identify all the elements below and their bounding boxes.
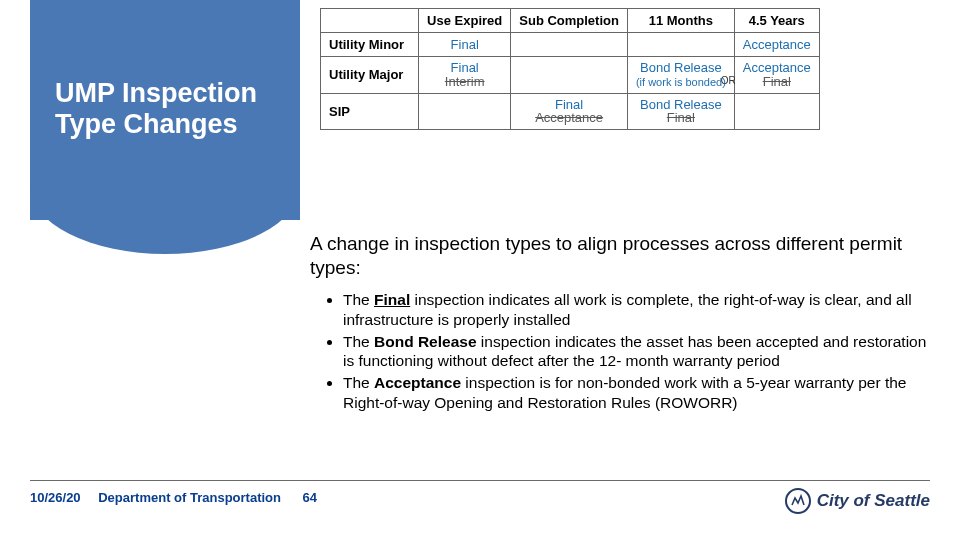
- old-value: Acceptance: [535, 110, 603, 125]
- cell: OR Acceptance Final: [734, 57, 819, 94]
- cell: Final Interim: [419, 57, 511, 94]
- logo-text: City of Seattle: [817, 491, 930, 511]
- list-item: The Bond Release inspection indicates th…: [343, 332, 940, 372]
- old-value: Final: [763, 74, 791, 89]
- cell: Bond Release Final: [627, 93, 734, 130]
- th-4-5-years: 4.5 Years: [734, 9, 819, 33]
- slide-title: UMP Inspection Type Changes: [55, 78, 285, 140]
- cell: Bond Release (if work is bonded): [627, 57, 734, 94]
- intro-text: A change in inspection types to align pr…: [310, 232, 935, 280]
- th-sub-completion: Sub Completion: [511, 9, 628, 33]
- list-item: The Final inspection indicates all work …: [343, 290, 940, 330]
- old-value: Final: [667, 110, 695, 125]
- footer-page: 64: [303, 490, 317, 505]
- cell: Final Acceptance: [511, 93, 628, 130]
- new-value: Bond Release: [640, 60, 722, 75]
- cell: [419, 93, 511, 130]
- footer: 10/26/20 Department of Transportation 64: [30, 490, 317, 505]
- table-row: Utility Minor Final Acceptance: [321, 33, 820, 57]
- cell: [511, 57, 628, 94]
- table-row: Utility Major Final Interim Bond Release…: [321, 57, 820, 94]
- footer-date: 10/26/20: [30, 490, 81, 505]
- cell: Final: [419, 33, 511, 57]
- old-value: Interim: [445, 74, 485, 89]
- table-row: SIP Final Acceptance Bond Release Final: [321, 93, 820, 130]
- th-11-months: 11 Months: [627, 9, 734, 33]
- seal-icon: [785, 488, 811, 514]
- inspection-table: Use Expired Sub Completion 11 Months 4.5…: [320, 8, 820, 130]
- th-use-expired: Use Expired: [419, 9, 511, 33]
- cell: [627, 33, 734, 57]
- slide: { "title": "UMP Inspection Type Changes"…: [0, 0, 960, 540]
- or-label: OR: [721, 75, 736, 86]
- th-blank: [321, 9, 419, 33]
- cell: [511, 33, 628, 57]
- list-item: The Acceptance inspection is for non-bon…: [343, 373, 940, 413]
- cell: [734, 93, 819, 130]
- footer-dept: Department of Transportation: [98, 490, 281, 505]
- note: (if work is bonded): [636, 76, 726, 88]
- row-label: SIP: [321, 93, 419, 130]
- title-block-arc: [30, 186, 300, 254]
- city-logo: City of Seattle: [785, 488, 930, 514]
- footer-divider: [30, 480, 930, 481]
- bullet-list: The Final inspection indicates all work …: [325, 290, 940, 415]
- row-label: Utility Minor: [321, 33, 419, 57]
- cell: Acceptance: [734, 33, 819, 57]
- row-label: Utility Major: [321, 57, 419, 94]
